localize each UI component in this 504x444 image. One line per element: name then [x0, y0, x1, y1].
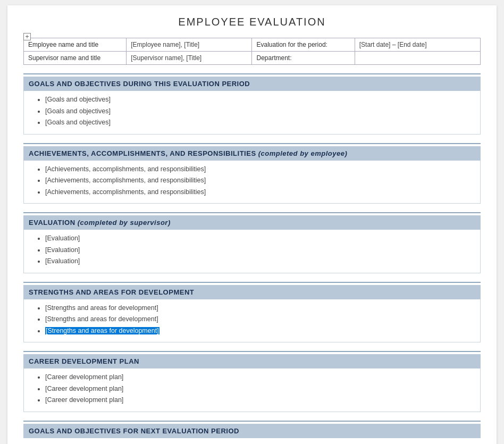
section-list-evaluation: [Evaluation][Evaluation][Evaluation]	[35, 234, 475, 266]
section-strengths: STRENGTHS AND AREAS FOR DEVELOPMENT[Stre…	[23, 282, 481, 343]
section-body-achievements: [Achievements, accomplishments, and resp…	[23, 161, 481, 204]
list-item[interactable]: [Goals and objectives]	[45, 107, 475, 116]
page: EMPLOYEE EVALUATION + Employee name and …	[7, 5, 497, 444]
list-item[interactable]: [Career development plan]	[45, 384, 475, 394]
info-label-1-2: Department:	[252, 52, 355, 65]
section-evaluation: EVALUATION (completed by supervisor)[Eva…	[23, 212, 481, 273]
info-value-0-1[interactable]: [Employee name], [Title]	[127, 38, 252, 52]
list-item[interactable]: [Strengths and areas for development]	[45, 315, 475, 324]
list-item[interactable]: [Achievements, accomplishments, and resp…	[45, 165, 475, 174]
section-list-career: [Career development plan][Career develop…	[35, 373, 475, 405]
section-achievements: ACHIEVEMENTS, ACCOMPLISHMENTS, AND RESPO…	[23, 143, 481, 204]
section-header-career: CAREER DEVELOPMENT PLAN	[23, 354, 481, 368]
plus-icon[interactable]: +	[23, 33, 31, 40]
section-body-strengths: [Strengths and areas for development][St…	[23, 299, 481, 343]
section-header-strengths: STRENGTHS AND AREAS FOR DEVELOPMENT	[23, 285, 481, 299]
section-list-strengths: [Strengths and areas for development][St…	[35, 304, 475, 336]
info-value-1-2[interactable]	[355, 52, 480, 65]
list-item[interactable]: [Goals and objectives]	[45, 118, 475, 128]
section-list-achievements: [Achievements, accomplishments, and resp…	[35, 165, 475, 197]
section-body-career: [Career development plan][Career develop…	[23, 368, 481, 412]
list-item[interactable]: [Achievements, accomplishments, and resp…	[45, 176, 475, 186]
section-career: CAREER DEVELOPMENT PLAN[Career developme…	[23, 351, 481, 412]
section-next-goals: GOALS AND OBJECTIVES FOR NEXT EVALUATION…	[23, 421, 481, 438]
section-divider-achievements	[23, 143, 481, 144]
list-item[interactable]: [Evaluation]	[45, 257, 475, 266]
list-item[interactable]: [Achievements, accomplishments, and resp…	[45, 188, 475, 197]
sections-container: GOALS AND OBJECTIVES DURING THIS EVALUAT…	[23, 73, 481, 438]
info-value-0-2[interactable]: [Start date] – [End date]	[355, 38, 480, 52]
section-body-goals: [Goals and objectives][Goals and objecti…	[23, 91, 481, 135]
section-divider-evaluation	[23, 212, 481, 213]
section-header-italic-achievements: (completed by employee)	[256, 149, 348, 157]
info-row-1: Supervisor name and title[Supervisor nam…	[24, 52, 481, 65]
section-divider-goals	[23, 73, 481, 74]
list-item[interactable]: [Evaluation]	[45, 246, 475, 255]
section-header-plain-achievements: ACHIEVEMENTS, ACCOMPLISHMENTS, AND RESPO…	[29, 149, 256, 157]
info-table: Employee name and title[Employee name], …	[23, 38, 481, 65]
info-label-0-1: Employee name and title	[24, 38, 127, 52]
section-header-evaluation: EVALUATION (completed by supervisor)	[23, 215, 481, 230]
list-item[interactable]: [Strengths and areas for development]	[45, 326, 475, 336]
info-label-0-2: Evaluation for the period:	[252, 38, 355, 52]
section-header-plain-evaluation: EVALUATION	[29, 219, 75, 227]
section-divider-strengths	[23, 282, 481, 283]
section-header-italic-evaluation: (completed by supervisor)	[75, 219, 171, 227]
section-divider-next-goals	[23, 421, 481, 422]
section-header-goals: GOALS AND OBJECTIVES DURING THIS EVALUAT…	[23, 77, 481, 91]
list-item[interactable]: [Evaluation]	[45, 234, 475, 244]
section-header-next-goals: GOALS AND OBJECTIVES FOR NEXT EVALUATION…	[23, 424, 481, 438]
list-item[interactable]: [Goals and objectives]	[45, 95, 475, 105]
section-goals: GOALS AND OBJECTIVES DURING THIS EVALUAT…	[23, 73, 481, 135]
list-item[interactable]: [Career development plan]	[45, 373, 475, 382]
section-divider-career	[23, 351, 481, 352]
highlighted-text: [Strengths and areas for development]	[45, 327, 159, 334]
section-body-evaluation: [Evaluation][Evaluation][Evaluation]	[23, 230, 481, 273]
list-item[interactable]: [Strengths and areas for development]	[45, 304, 475, 313]
info-value-1-1[interactable]: [Supervisor name], [Title]	[127, 52, 252, 65]
page-title: EMPLOYEE EVALUATION	[23, 16, 481, 28]
section-header-achievements: ACHIEVEMENTS, ACCOMPLISHMENTS, AND RESPO…	[23, 146, 481, 161]
info-row-0: Employee name and title[Employee name], …	[24, 38, 481, 52]
info-label-1-1: Supervisor name and title	[24, 52, 127, 65]
section-list-goals: [Goals and objectives][Goals and objecti…	[35, 95, 475, 128]
list-item[interactable]: [Career development plan]	[45, 396, 475, 405]
